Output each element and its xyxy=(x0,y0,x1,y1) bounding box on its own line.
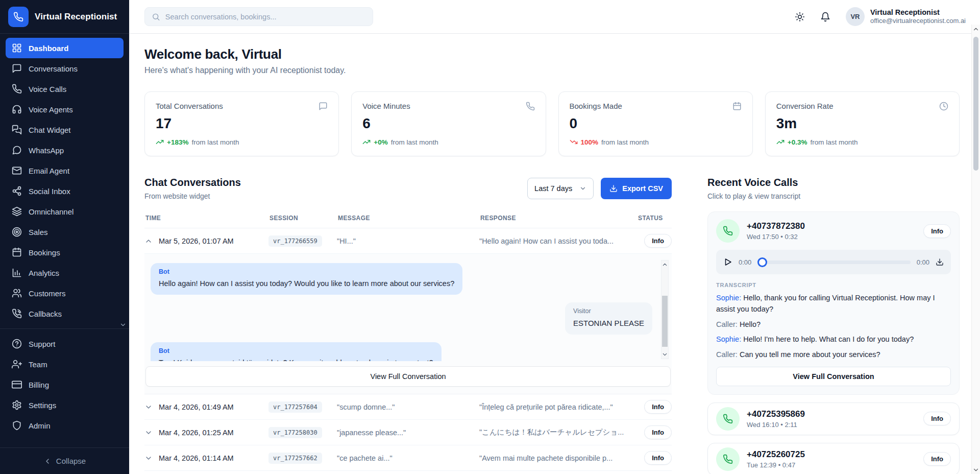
row-message: "HI..." xyxy=(337,237,479,245)
brand-name: Virtual Receptionist xyxy=(35,12,117,22)
bar-chart-icon xyxy=(12,268,22,278)
voice-call-card[interactable]: +40725260725 Tue 12:39 • 0:47 Info xyxy=(707,443,960,474)
app-root: Virtual Receptionist Dashboard Conversat… xyxy=(0,0,980,474)
sidebar-item-analytics[interactable]: Analytics xyxy=(6,263,124,283)
sidebar-item-voice-calls[interactable]: Voice Calls xyxy=(6,79,124,99)
brand-logo xyxy=(8,7,29,27)
conversation-scrollbar[interactable] xyxy=(661,260,669,359)
speaker-name: Caller: xyxy=(716,320,738,328)
row-message: "japanesse please..." xyxy=(337,429,479,437)
chat-conversations-section: Chat Conversations From website widget L… xyxy=(144,177,672,474)
sidebar-item-label: Dashboard xyxy=(29,44,68,53)
scroll-down-arrow-icon[interactable] xyxy=(662,351,668,358)
message-circle-icon xyxy=(12,145,22,155)
trending-up-icon xyxy=(156,138,164,146)
table-row[interactable]: Mar 4, 2026, 01:25 AM vr_177258030 "japa… xyxy=(144,420,672,445)
sidebar-nav-secondary: Support Team Billing Settings Admin xyxy=(0,334,129,436)
avatar[interactable]: VR xyxy=(846,7,865,26)
sidebar-item-callbacks[interactable]: Callbacks xyxy=(6,303,124,324)
info-button[interactable]: Info xyxy=(923,412,951,425)
info-button[interactable]: Info xyxy=(644,451,672,465)
global-search[interactable] xyxy=(144,7,373,26)
collapse-button[interactable]: Collapse xyxy=(0,447,129,474)
phone-icon xyxy=(12,84,22,94)
scroll-down-arrow-icon[interactable] xyxy=(972,465,980,474)
view-full-conversation-button[interactable]: View Full Conversation xyxy=(716,367,951,386)
export-csv-button[interactable]: Export CSV xyxy=(601,178,672,199)
chat-section-title: Chat Conversations xyxy=(144,177,241,188)
view-full-conversation-button[interactable]: View Full Conversation xyxy=(145,366,671,387)
table-row-partial[interactable] xyxy=(144,471,672,474)
sidebar-item-social-inbox[interactable]: Social Inbox xyxy=(6,181,124,201)
table-row[interactable]: Mar 4, 2026, 01:14 AM vr_177257662 "ce p… xyxy=(144,445,672,471)
voice-call-header[interactable]: +40737872380 Wed 17:50 • 0:32 Info xyxy=(716,219,951,243)
download-recording-button[interactable] xyxy=(936,258,944,266)
help-circle-icon xyxy=(12,339,22,349)
info-button[interactable]: Info xyxy=(644,400,672,414)
sidebar-item-customers[interactable]: Customers xyxy=(6,283,124,303)
seek-slider[interactable] xyxy=(757,257,910,267)
notifications-button[interactable] xyxy=(818,10,832,24)
sidebar-item-team[interactable]: Team xyxy=(6,354,124,374)
session-badge: vr_177257604 xyxy=(268,401,322,413)
download-icon xyxy=(936,258,944,266)
chevron-up-icon xyxy=(662,261,668,268)
column-header-status: STATUS xyxy=(638,215,671,222)
sidebar-scroll-chevron-down-icon[interactable] xyxy=(119,321,127,328)
sidebar-item-settings[interactable]: Settings xyxy=(6,395,124,415)
scrollbar-thumb[interactable] xyxy=(662,296,668,347)
column-header-session: SESSION xyxy=(270,215,338,222)
dashboard-icon xyxy=(12,43,22,53)
bubble-sender-label: Bot xyxy=(159,268,454,275)
stat-change-note: from last month xyxy=(391,138,438,146)
info-button[interactable]: Info xyxy=(923,452,951,466)
voice-call-header: +40725260725 Tue 12:39 • 0:47 Info xyxy=(716,447,951,471)
sidebar-item-label: Email Agent xyxy=(29,167,69,175)
sidebar-item-label: WhatsApp xyxy=(29,146,64,155)
page-scrollbar[interactable] xyxy=(971,25,980,474)
sun-icon xyxy=(795,12,805,22)
sidebar-item-omnichannel[interactable]: Omnichannel xyxy=(6,201,124,222)
speaker-name: Sophie: xyxy=(716,294,741,302)
sidebar-item-label: Support xyxy=(29,340,56,348)
row-response: "Avem mai multe pachete disponibile p... xyxy=(479,454,639,462)
date-range-select[interactable]: Last 7 days xyxy=(527,178,594,199)
play-button[interactable] xyxy=(723,257,732,267)
sidebar-item-billing[interactable]: Billing xyxy=(6,374,124,395)
sidebar-item-whatsapp[interactable]: WhatsApp xyxy=(6,140,124,160)
chevron-down-icon xyxy=(662,351,668,358)
scroll-up-arrow-icon[interactable] xyxy=(662,261,668,268)
phone-icon xyxy=(723,226,733,236)
conversation-scroll-area[interactable]: Bot Hello again! How can I assist you to… xyxy=(145,256,671,361)
sidebar-item-voice-agents[interactable]: Voice Agents xyxy=(6,99,124,120)
info-button[interactable]: Info xyxy=(923,224,951,238)
chevron-up-icon xyxy=(972,26,979,33)
sidebar-item-dashboard[interactable]: Dashboard xyxy=(6,38,124,58)
user-block[interactable]: Virtual Receptionist office@virtualrecep… xyxy=(870,8,966,25)
sidebar-item-chat-widget[interactable]: Chat Widget xyxy=(6,120,124,140)
stat-value: 17 xyxy=(156,115,328,132)
info-button[interactable]: Info xyxy=(644,425,672,439)
visitor-message-bubble: Visitor ESTONIAN PLEASE xyxy=(565,302,652,335)
info-button[interactable]: Info xyxy=(644,234,672,248)
phone-call-icon xyxy=(12,309,22,319)
table-row[interactable]: Mar 4, 2026, 01:49 AM vr_177257604 "scum… xyxy=(144,394,672,420)
slider-knob[interactable] xyxy=(757,257,767,267)
bot-message-bubble: Bot Tere! Kuidas ma saan teid täna aidat… xyxy=(151,342,442,361)
table-row[interactable]: Mar 5, 2026, 01:07 AM vr_177266559 "HI..… xyxy=(144,228,672,254)
voice-call-card[interactable]: +40725395869 Wed 16:10 • 2:11 Info xyxy=(707,402,960,435)
sidebar-item-sales[interactable]: Sales xyxy=(6,222,124,242)
theme-toggle-button[interactable] xyxy=(793,10,807,24)
scroll-up-arrow-icon[interactable] xyxy=(972,25,980,33)
stat-label: Total Conversations xyxy=(156,102,223,110)
session-badge: vr_177257662 xyxy=(268,453,322,464)
sidebar-item-email-agent[interactable]: Email Agent xyxy=(6,160,124,181)
sidebar-item-support[interactable]: Support xyxy=(6,334,124,354)
sidebar-item-conversations[interactable]: Conversations xyxy=(6,58,124,79)
sidebar-item-admin[interactable]: Admin xyxy=(6,415,124,436)
search-input[interactable] xyxy=(165,13,366,21)
call-number: +40737872380 xyxy=(747,221,805,231)
sidebar-item-bookings[interactable]: Bookings xyxy=(6,242,124,263)
bubble-text: Tere! Kuidas ma saan teid täna aidata? K… xyxy=(159,358,433,361)
scrollbar-thumb[interactable] xyxy=(973,37,978,171)
